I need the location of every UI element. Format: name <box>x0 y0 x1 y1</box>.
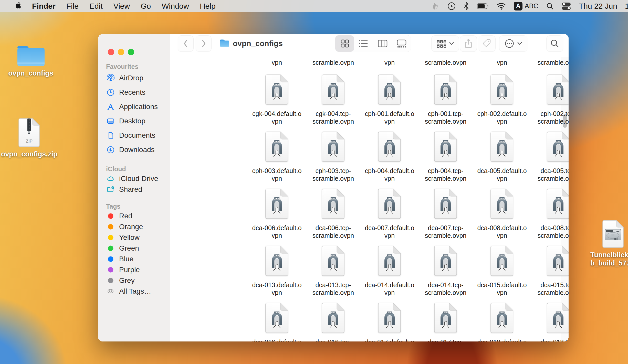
clock-icon <box>107 89 114 96</box>
play-circle-icon[interactable] <box>447 2 456 10</box>
bluetooth-icon[interactable] <box>464 2 469 10</box>
file-dca-005.tcp-scramble.ovpn[interactable]: dca-005.tcp-scramble.ovpn <box>530 132 569 182</box>
desktop-icon-tunnelblick-dmg[interactable]: Tunnelblick_3 b_build_5777. <box>585 220 628 267</box>
sidebar-item-label: Recents <box>119 88 145 97</box>
file-cph-001.default.ovpn[interactable]: cph-001.default.ovpn <box>361 74 418 125</box>
file-dca-017.default.ovpn[interactable]: dca-017.default.ovpn <box>361 303 418 341</box>
sidebar-item-label: Grey <box>119 276 135 285</box>
sidebar-item-shared[interactable]: Shared <box>98 184 170 195</box>
file-cph-002.default.ovpn[interactable]: cph-002.default.ovpn <box>474 74 530 125</box>
menu-bar-clock[interactable]: Thu 22 Jun <box>579 2 617 10</box>
file-cph-001.tcp-scramble.ovpn[interactable]: cph-001.tcp-scramble.ovpn <box>417 74 474 125</box>
finder-main: ovpn_configs <box>171 34 569 341</box>
sidebar-item-orange[interactable]: Orange <box>98 221 170 232</box>
sidebar-item-yellow[interactable]: Yellow <box>98 232 170 243</box>
file-cph-003.tcp-scramble.ovpn[interactable]: cph-003.tcp-scramble.ovpn <box>305 132 361 182</box>
file-dca-013.tcp-scramble.ovpn[interactable]: dca-013.tcp-scramble.ovpn <box>305 246 361 296</box>
sidebar-item-grey[interactable]: Grey <box>98 275 170 286</box>
file-cph-004.tcp-scramble.ovpn[interactable]: cph-004.tcp-scramble.ovpn <box>417 132 474 182</box>
sidebar-item-airdrop[interactable]: AirDrop <box>98 71 170 85</box>
view-icon-button[interactable] <box>335 35 354 52</box>
battery-icon[interactable] <box>477 3 489 9</box>
menu-bar: Finder FileEditViewGoWindowHelp A ABC <box>0 0 628 12</box>
file-dca-006.tcp-scramble.ovpn[interactable]: dca-006.tcp-scramble.ovpn <box>305 189 361 239</box>
menu-window[interactable]: Window <box>156 2 194 10</box>
file-dca-016.tcp-scramble.ovpn[interactable]: dca-016.tcp-scramble.ovpn <box>305 303 361 341</box>
tunnelblick-vpn-document-icon <box>489 189 515 219</box>
file-cgk-004.tcp-scramble.ovpn[interactable]: cgk-004.tcp-scramble.ovpn <box>305 74 361 125</box>
menu-finder[interactable]: Finder <box>27 2 61 10</box>
back-button[interactable] <box>178 35 194 52</box>
column-view-icon <box>378 40 388 47</box>
file-cph-003.default.ovpn[interactable]: cph-003.default.ovpn <box>249 132 305 182</box>
apple-menu[interactable] <box>9 1 27 11</box>
file-dca-015.tcp-scramble.ovpn[interactable]: dca-015.tcp-scramble.ovpn <box>530 246 569 296</box>
desktop-icon-ovpn-configs-folder[interactable]: ovpn_configs <box>5 44 56 77</box>
group-by-button[interactable] <box>431 35 459 52</box>
file-dca-018.tcp-scramble.ovpn[interactable]: dca-018.tcp-scramble.ovpn <box>530 303 569 341</box>
sidebar-item-documents[interactable]: Documents <box>98 128 170 143</box>
ellipsis-circle-icon <box>505 39 514 48</box>
sidebar-item-all-tags-[interactable]: All Tags… <box>98 286 170 297</box>
file-dca-013.default.ovpn[interactable]: dca-013.default.ovpn <box>249 246 305 296</box>
file-dca-014.default.ovpn[interactable]: dca-014.default.ovpn <box>361 246 418 296</box>
desktop-icon-ovpn-configs-zip[interactable]: ZIP ovpn_configs.zip <box>0 118 58 158</box>
search-icon[interactable] <box>546 2 554 10</box>
desktop-icon-label-line2: b_build_5777. <box>585 259 628 267</box>
file-dca-014.tcp-scramble.ovpn[interactable]: dca-014.tcp-scramble.ovpn <box>417 246 474 296</box>
sidebar-item-icloud-drive[interactable]: iCloud Drive <box>98 173 170 184</box>
file-dca-018.default.ovpn[interactable]: dca-018.default.ovpn <box>474 303 530 341</box>
tunnelblick-vpn-document-icon <box>264 132 290 162</box>
file-label: cph-002.default.ovpn <box>474 110 530 125</box>
minimize-button[interactable] <box>118 49 124 55</box>
sidebar-item-recents[interactable]: Recents <box>98 85 170 100</box>
more-options-button[interactable] <box>499 35 527 52</box>
view-list-button[interactable] <box>354 35 373 52</box>
view-columns-button[interactable] <box>373 35 392 52</box>
file-dca-015.default.ovpn[interactable]: dca-015.default.ovpn <box>474 246 530 296</box>
file-dca-016.default.ovpn[interactable]: dca-016.default.ovpn <box>249 303 305 341</box>
forward-button[interactable] <box>196 35 212 52</box>
sidebar-item-purple[interactable]: Purple <box>98 264 170 275</box>
share-button[interactable] <box>460 35 477 52</box>
tunnelblick-flame-icon[interactable] <box>431 2 439 10</box>
file-dca-007.tcp-scramble.ovpn[interactable]: dca-007.tcp-scramble.ovpn <box>417 189 474 239</box>
view-gallery-button[interactable] <box>392 35 411 52</box>
sidebar-item-downloads[interactable]: Downloads <box>98 143 170 157</box>
menu-help[interactable]: Help <box>194 2 221 10</box>
input-source-icon[interactable]: A ABC <box>514 2 538 10</box>
sidebar-item-blue[interactable]: Blue <box>98 254 170 264</box>
sidebar-item-green[interactable]: Green <box>98 243 170 254</box>
file-label: cph-003.default.ovpn <box>249 167 305 182</box>
sidebar-item-label: Documents <box>119 131 155 140</box>
menu-file[interactable]: File <box>61 2 84 10</box>
file-label: dca-005.tcp-scramble.ovpn <box>530 167 569 182</box>
close-button[interactable] <box>108 49 114 55</box>
file-label-partial: scramble.ovpn <box>305 59 361 66</box>
file-dca-008.default.ovpn[interactable]: dca-008.default.ovpn <box>474 189 530 239</box>
sidebar-item-desktop[interactable]: Desktop <box>98 114 170 128</box>
file-dca-005.default.ovpn[interactable]: dca-005.default.ovpn <box>474 132 530 182</box>
wifi-icon[interactable] <box>496 3 506 10</box>
control-center-icon[interactable] <box>561 2 571 10</box>
menu-edit[interactable]: Edit <box>84 2 108 10</box>
file-dca-017.tcp-scramble.ovpn[interactable]: dca-017.tcp-scramble.ovpn <box>417 303 474 341</box>
tag-button[interactable] <box>479 35 496 52</box>
file-cph-002.tcp-scramble.ovpn[interactable]: cph-002.tcp-scramble.ovpn <box>530 74 569 125</box>
file-dca-007.default.ovpn[interactable]: dca-007.default.ovpn <box>361 189 418 239</box>
file-cph-004.default.ovpn[interactable]: cph-004.default.ovpn <box>361 132 418 182</box>
menu-view[interactable]: View <box>108 2 135 10</box>
search-button[interactable] <box>546 35 563 52</box>
input-source-label: ABC <box>525 2 538 10</box>
file-cgk-004.default.ovpn[interactable]: cgk-004.default.ovpn <box>249 74 305 125</box>
group-by-icon <box>436 39 446 48</box>
file-dca-006.default.ovpn[interactable]: dca-006.default.ovpn <box>249 189 305 239</box>
menu-go[interactable]: Go <box>135 2 156 10</box>
file-dca-008.tcp-scramble.ovpn[interactable]: dca-008.tcp-scramble.ovpn <box>530 189 569 239</box>
zoom-button[interactable] <box>128 49 134 55</box>
sidebar-item-applications[interactable]: Applications <box>98 100 170 114</box>
sidebar-item-red[interactable]: Red <box>98 211 170 221</box>
tunnelblick-vpn-document-icon <box>320 189 346 219</box>
chevron-right-icon <box>201 39 206 48</box>
tunnelblick-vpn-document-icon <box>546 246 569 276</box>
